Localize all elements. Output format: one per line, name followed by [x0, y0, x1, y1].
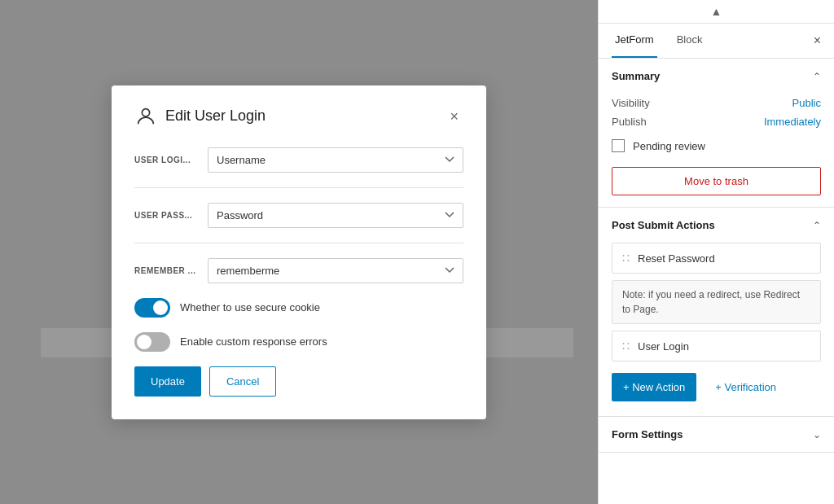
user-login-label: USER LOGI... [134, 156, 208, 164]
summary-chevron-icon: ⌃ [813, 71, 821, 82]
publish-value[interactable]: Immediately [764, 116, 821, 128]
verification-button[interactable]: + Verification [703, 373, 788, 401]
form-settings-header[interactable]: Form Settings ⌄ [599, 417, 834, 452]
custom-response-toggle[interactable] [134, 332, 170, 352]
summary-section: Summary ⌃ Visibility Public Publish Imme… [599, 59, 834, 208]
pending-review-row: Pending review [599, 131, 834, 160]
action-label-reset-password: Reset Password [638, 252, 715, 265]
secure-cookie-row: Whether to use secure cookie [134, 298, 463, 318]
visibility-value[interactable]: Public [792, 97, 821, 109]
drag-handle-icon-2: ∷ [622, 340, 630, 353]
dialog-buttons: Update Cancel [134, 366, 463, 397]
right-sidebar: ▲ JetForm Block × Summary ⌃ Visibility P… [598, 0, 834, 504]
sidebar-tabs: JetForm Block × [599, 24, 834, 59]
remember-me-label: REMEMBER ... [134, 266, 208, 275]
action-user-login[interactable]: ∷ User Login [612, 331, 821, 362]
drag-handle-icon: ∷ [622, 252, 630, 265]
custom-response-row: Enable custom response errors [134, 332, 463, 352]
secure-cookie-toggle[interactable] [134, 298, 170, 318]
user-login-field-row: USER LOGI... Username Email Username or … [134, 147, 463, 173]
redirect-note: Note: if you need a redirect, use Redire… [612, 280, 821, 324]
pending-review-label: Pending review [633, 140, 705, 152]
action-reset-password[interactable]: ∷ Reset Password [612, 243, 821, 274]
dialog-header: Edit User Login × [134, 105, 463, 128]
user-pass-select[interactable]: Password [208, 203, 463, 228]
cancel-button[interactable]: Cancel [209, 366, 276, 397]
publish-label: Publish [612, 116, 764, 128]
publish-row: Publish Immediately [599, 112, 834, 131]
move-to-trash-button[interactable]: Move to trash [612, 167, 821, 195]
dialog-close-button[interactable]: × [445, 107, 463, 125]
custom-response-label: Enable custom response errors [180, 335, 327, 348]
psa-content: ∷ Reset Password Note: if you need a red… [599, 243, 834, 416]
remember-me-select[interactable]: rememberme [208, 258, 463, 283]
summary-title: Summary [612, 70, 660, 82]
user-pass-label: USER PASS... [134, 211, 208, 220]
form-settings-chevron-icon: ⌄ [813, 429, 821, 440]
up-arrow-icon: ▲ [711, 5, 722, 18]
new-action-button[interactable]: + New Action [612, 373, 696, 401]
svg-point-0 [142, 108, 149, 116]
remember-me-field-row: REMEMBER ... rememberme [134, 258, 463, 283]
form-settings-title: Form Settings [612, 428, 683, 440]
psa-section-header[interactable]: Post Submit Actions ⌃ [599, 208, 834, 243]
visibility-label: Visibility [612, 97, 792, 109]
edit-user-login-dialog: Edit User Login × USER LOGI... Username … [112, 85, 486, 419]
divider-2 [134, 243, 463, 243]
form-settings-section: Form Settings ⌄ [599, 417, 834, 453]
user-pass-field-row: USER PASS... Password [134, 203, 463, 228]
psa-chevron-icon: ⌃ [813, 220, 821, 231]
update-button[interactable]: Update [134, 366, 201, 397]
tab-jetform[interactable]: JetForm [612, 24, 657, 58]
dialog-title: Edit User Login [165, 107, 445, 125]
visibility-row: Visibility Public [599, 94, 834, 112]
modal-overlay: Edit User Login × USER LOGI... Username … [0, 0, 598, 504]
user-icon [134, 105, 157, 128]
secure-cookie-label: Whether to use secure cookie [180, 301, 320, 313]
pending-review-checkbox[interactable] [612, 139, 625, 152]
tab-block[interactable]: Block [674, 24, 706, 58]
summary-section-header[interactable]: Summary ⌃ [599, 59, 834, 94]
user-login-select[interactable]: Username Email Username or Email [208, 147, 463, 173]
divider-1 [134, 187, 463, 188]
action-label-user-login: User Login [638, 340, 689, 353]
psa-buttons-row: + New Action + Verification [599, 365, 834, 405]
psa-title: Post Submit Actions [612, 219, 715, 231]
post-submit-actions-section: Post Submit Actions ⌃ ∷ Reset Password N… [599, 208, 834, 417]
sidebar-close-button[interactable]: × [814, 24, 821, 58]
sidebar-scroll-indicator: ▲ [599, 0, 834, 24]
